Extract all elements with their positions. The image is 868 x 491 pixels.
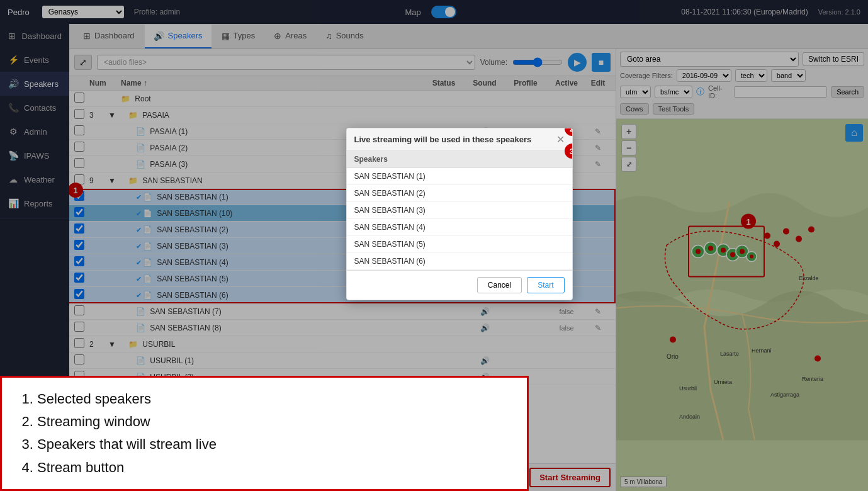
modal-close-button[interactable]: ✕ [556,133,565,145]
modal-speaker-item: SAN SEBASTIAN (1) [347,168,572,185]
speakers-col-label: Speakers [354,155,388,164]
streaming-modal: 2 Live streaming will be used in these s… [346,128,573,300]
modal-speaker-list: SAN SEBASTIAN (1) SAN SEBASTIAN (2) SAN … [347,168,572,270]
cancel-button[interactable]: Cancel [477,277,522,293]
modal-speakers-header: 3 Speakers [347,151,572,168]
modal-body: 3 Speakers SAN SEBASTIAN (1) SAN SEBASTI… [347,151,572,270]
instruction-2: Streaming window [37,410,512,433]
modal-footer: Cancel Start [347,270,572,300]
instruction-3: Speakers that will stream live [37,433,512,456]
instruction-4: Stream button [37,456,512,479]
modal-header: Live streaming will be used in these spe… [347,128,572,151]
instruction-box: Selected speakers Streaming window Speak… [0,376,529,491]
start-button[interactable]: Start [527,277,564,293]
modal-speaker-item: SAN SEBASTIAN (6) [347,253,572,270]
modal-speaker-item: SAN SEBASTIAN (3) [347,202,572,219]
instruction-1: Selected speakers [37,388,512,410]
modal-speaker-item: SAN SEBASTIAN (4) [347,219,572,236]
modal-speaker-item: SAN SEBASTIAN (2) [347,185,572,202]
modal-speaker-item: SAN SEBASTIAN (5) [347,236,572,253]
modal-title: Live streaming will be used in these spe… [354,135,532,144]
